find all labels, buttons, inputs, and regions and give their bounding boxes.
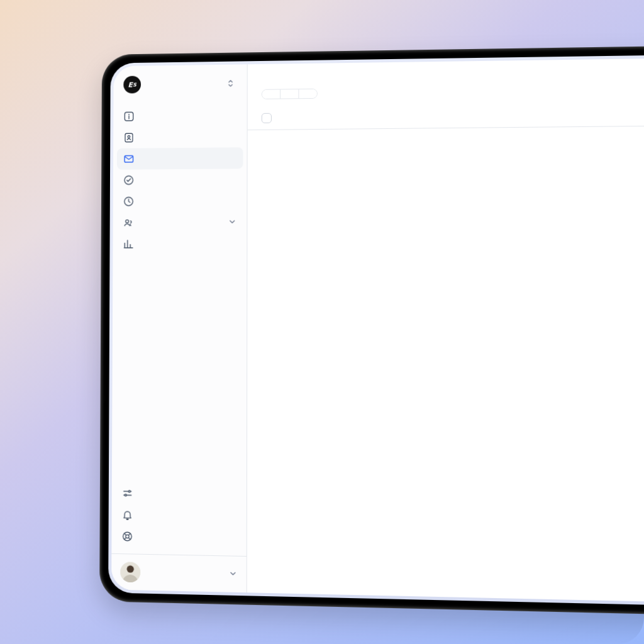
sidebar: ES (111, 64, 248, 592)
segment-conversations[interactable] (299, 89, 316, 98)
avatar (120, 562, 140, 582)
team-icon (123, 217, 134, 228)
sidebar-item-snoozed[interactable] (117, 190, 243, 212)
chevron-down-icon (228, 568, 237, 580)
chevron-down-icon (228, 217, 236, 228)
sidebar-item-analytics[interactable] (116, 233, 243, 255)
select-all-checkbox[interactable] (262, 113, 272, 123)
contacts-icon (123, 132, 135, 143)
segment-calls[interactable] (280, 89, 299, 98)
sidebar-item-assigned[interactable] (117, 147, 243, 169)
updown-icon (225, 77, 237, 89)
lifebuoy-icon (121, 531, 133, 543)
col-channel (396, 113, 644, 116)
sidebar-item-contacts[interactable] (117, 126, 243, 148)
col-contact (280, 117, 396, 118)
sidebar-item-preferences[interactable] (116, 482, 243, 506)
user-menu[interactable] (111, 553, 247, 592)
table-header (248, 100, 644, 130)
assignments-table (248, 100, 644, 130)
sidebar-item-notifications[interactable] (116, 504, 243, 528)
brand-logo: ES (123, 76, 141, 94)
main-pane (247, 55, 644, 607)
sidebar-item-teams[interactable] (116, 211, 243, 233)
sidebar-secondary (111, 479, 247, 556)
sidebar-item-getting-started[interactable] (117, 104, 243, 127)
app-screen: ES (111, 55, 644, 607)
bell-icon (122, 509, 133, 520)
inbox-icon (123, 153, 135, 165)
segmented-filter (262, 89, 318, 99)
analytics-icon (123, 238, 134, 250)
device-frame: ES (99, 43, 644, 619)
clock-icon (123, 196, 135, 207)
workspace-switcher[interactable]: ES (113, 64, 247, 104)
segment-all[interactable] (262, 90, 280, 99)
sidebar-nav (112, 103, 247, 480)
sliders-icon (122, 487, 133, 499)
info-icon (123, 111, 135, 122)
check-icon (123, 174, 135, 186)
sidebar-item-closed[interactable] (117, 169, 243, 191)
page-title (248, 55, 644, 86)
sidebar-item-support[interactable] (115, 525, 242, 549)
